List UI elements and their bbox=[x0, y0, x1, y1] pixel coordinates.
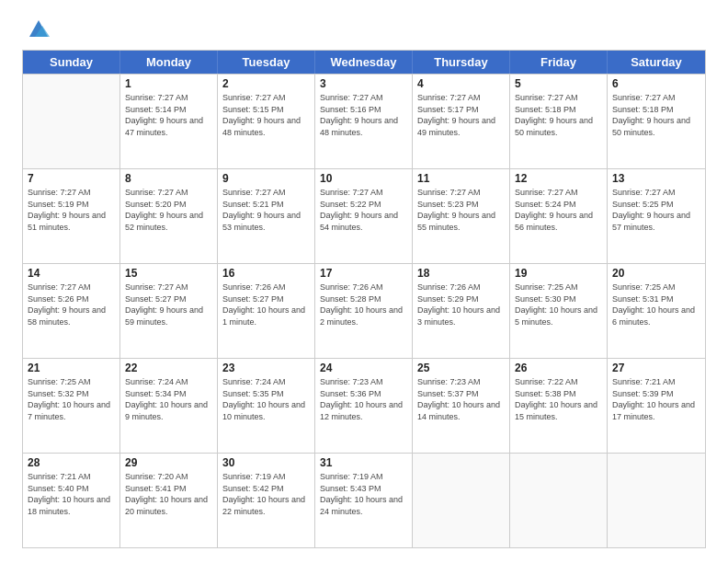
day-info: Sunrise: 7:27 AMSunset: 5:22 PMDaylight:… bbox=[320, 187, 407, 233]
day-number: 2 bbox=[222, 77, 310, 90]
day-info: Sunrise: 7:27 AMSunset: 5:26 PMDaylight:… bbox=[28, 282, 115, 327]
calendar-cell: 10Sunrise: 7:27 AMSunset: 5:22 PMDayligh… bbox=[315, 169, 413, 263]
calendar-row-1: 7Sunrise: 7:27 AMSunset: 5:19 PMDaylight… bbox=[23, 168, 705, 263]
calendar-cell: 8Sunrise: 7:27 AMSunset: 5:20 PMDaylight… bbox=[120, 169, 218, 263]
calendar-cell: 6Sunrise: 7:27 AMSunset: 5:18 PMDaylight… bbox=[608, 75, 705, 168]
day-number: 18 bbox=[417, 267, 505, 280]
calendar-cell: 30Sunrise: 7:19 AMSunset: 5:42 PMDayligh… bbox=[218, 454, 315, 547]
day-number: 13 bbox=[612, 172, 700, 185]
day-info: Sunrise: 7:26 AMSunset: 5:29 PMDaylight:… bbox=[417, 282, 505, 327]
calendar-cell: 17Sunrise: 7:26 AMSunset: 5:28 PMDayligh… bbox=[315, 264, 413, 358]
day-number: 22 bbox=[125, 362, 212, 374]
day-number: 12 bbox=[515, 172, 602, 185]
calendar-cell bbox=[413, 454, 510, 547]
day-info: Sunrise: 7:27 AMSunset: 5:23 PMDaylight:… bbox=[417, 187, 505, 233]
day-info: Sunrise: 7:19 AMSunset: 5:42 PMDaylight:… bbox=[222, 471, 310, 517]
day-info: Sunrise: 7:27 AMSunset: 5:21 PMDaylight:… bbox=[222, 187, 310, 233]
calendar-cell bbox=[23, 75, 120, 168]
calendar-cell: 16Sunrise: 7:26 AMSunset: 5:27 PMDayligh… bbox=[218, 264, 315, 358]
calendar-cell: 15Sunrise: 7:27 AMSunset: 5:27 PMDayligh… bbox=[120, 264, 218, 358]
calendar-cell: 23Sunrise: 7:24 AMSunset: 5:35 PMDayligh… bbox=[218, 359, 315, 453]
calendar-cell bbox=[510, 454, 608, 547]
calendar: SundayMondayTuesdayWednesdayThursdayFrid… bbox=[22, 50, 706, 548]
day-number: 9 bbox=[222, 172, 310, 185]
day-info: Sunrise: 7:27 AMSunset: 5:20 PMDaylight:… bbox=[125, 187, 212, 233]
day-info: Sunrise: 7:22 AMSunset: 5:38 PMDaylight:… bbox=[515, 376, 602, 422]
day-number: 23 bbox=[222, 362, 310, 374]
day-number: 31 bbox=[320, 456, 407, 469]
calendar-cell: 5Sunrise: 7:27 AMSunset: 5:18 PMDaylight… bbox=[510, 75, 608, 168]
calendar-cell: 2Sunrise: 7:27 AMSunset: 5:15 PMDaylight… bbox=[218, 75, 315, 168]
calendar-cell bbox=[608, 454, 705, 547]
day-number: 8 bbox=[125, 172, 212, 185]
day-info: Sunrise: 7:24 AMSunset: 5:35 PMDaylight:… bbox=[222, 376, 310, 422]
day-number: 6 bbox=[612, 77, 700, 90]
day-number: 20 bbox=[612, 267, 700, 280]
calendar-cell: 1Sunrise: 7:27 AMSunset: 5:14 PMDaylight… bbox=[120, 75, 218, 168]
calendar-cell: 22Sunrise: 7:24 AMSunset: 5:34 PMDayligh… bbox=[120, 359, 218, 453]
day-number: 17 bbox=[320, 267, 407, 280]
day-info: Sunrise: 7:27 AMSunset: 5:24 PMDaylight:… bbox=[515, 187, 602, 233]
day-info: Sunrise: 7:23 AMSunset: 5:36 PMDaylight:… bbox=[320, 376, 407, 422]
calendar-row-4: 28Sunrise: 7:21 AMSunset: 5:40 PMDayligh… bbox=[23, 453, 705, 547]
day-info: Sunrise: 7:21 AMSunset: 5:39 PMDaylight:… bbox=[612, 376, 700, 422]
logo bbox=[22, 18, 51, 40]
calendar-cell: 4Sunrise: 7:27 AMSunset: 5:17 PMDaylight… bbox=[413, 75, 510, 168]
day-number: 1 bbox=[125, 77, 212, 90]
day-number: 25 bbox=[417, 362, 505, 374]
calendar-row-3: 21Sunrise: 7:25 AMSunset: 5:32 PMDayligh… bbox=[23, 358, 705, 453]
weekday-header-thursday: Thursday bbox=[413, 51, 510, 74]
calendar-cell: 19Sunrise: 7:25 AMSunset: 5:30 PMDayligh… bbox=[510, 264, 608, 358]
day-number: 3 bbox=[320, 77, 407, 90]
calendar-cell: 11Sunrise: 7:27 AMSunset: 5:23 PMDayligh… bbox=[413, 169, 510, 263]
day-info: Sunrise: 7:27 AMSunset: 5:15 PMDaylight:… bbox=[222, 92, 310, 138]
weekday-header-saturday: Saturday bbox=[608, 51, 705, 74]
day-info: Sunrise: 7:23 AMSunset: 5:37 PMDaylight:… bbox=[417, 376, 505, 422]
day-info: Sunrise: 7:25 AMSunset: 5:32 PMDaylight:… bbox=[28, 376, 115, 422]
day-info: Sunrise: 7:20 AMSunset: 5:41 PMDaylight:… bbox=[125, 471, 212, 517]
calendar-cell: 7Sunrise: 7:27 AMSunset: 5:19 PMDaylight… bbox=[23, 169, 120, 263]
day-number: 7 bbox=[28, 172, 115, 185]
day-number: 14 bbox=[28, 267, 115, 280]
day-info: Sunrise: 7:27 AMSunset: 5:19 PMDaylight:… bbox=[28, 187, 115, 233]
calendar-cell: 14Sunrise: 7:27 AMSunset: 5:26 PMDayligh… bbox=[23, 264, 120, 358]
calendar-row-0: 1Sunrise: 7:27 AMSunset: 5:14 PMDaylight… bbox=[23, 74, 705, 168]
day-number: 27 bbox=[612, 362, 700, 374]
day-info: Sunrise: 7:27 AMSunset: 5:25 PMDaylight:… bbox=[612, 187, 700, 233]
calendar-body: 1Sunrise: 7:27 AMSunset: 5:14 PMDaylight… bbox=[23, 74, 705, 547]
weekday-header-wednesday: Wednesday bbox=[315, 51, 413, 74]
day-number: 4 bbox=[417, 77, 505, 90]
weekday-header-sunday: Sunday bbox=[23, 51, 120, 74]
calendar-cell: 13Sunrise: 7:27 AMSunset: 5:25 PMDayligh… bbox=[608, 169, 705, 263]
calendar-cell: 9Sunrise: 7:27 AMSunset: 5:21 PMDaylight… bbox=[218, 169, 315, 263]
day-info: Sunrise: 7:27 AMSunset: 5:27 PMDaylight:… bbox=[125, 282, 212, 327]
day-info: Sunrise: 7:25 AMSunset: 5:31 PMDaylight:… bbox=[612, 282, 700, 327]
day-number: 15 bbox=[125, 267, 212, 280]
day-info: Sunrise: 7:24 AMSunset: 5:34 PMDaylight:… bbox=[125, 376, 212, 422]
calendar-cell: 20Sunrise: 7:25 AMSunset: 5:31 PMDayligh… bbox=[608, 264, 705, 358]
day-info: Sunrise: 7:19 AMSunset: 5:43 PMDaylight:… bbox=[320, 471, 407, 517]
calendar-cell: 21Sunrise: 7:25 AMSunset: 5:32 PMDayligh… bbox=[23, 359, 120, 453]
day-number: 19 bbox=[515, 267, 602, 280]
calendar-cell: 12Sunrise: 7:27 AMSunset: 5:24 PMDayligh… bbox=[510, 169, 608, 263]
logo-icon bbox=[26, 15, 51, 40]
calendar-cell: 24Sunrise: 7:23 AMSunset: 5:36 PMDayligh… bbox=[315, 359, 413, 453]
day-number: 21 bbox=[28, 362, 115, 374]
calendar-cell: 3Sunrise: 7:27 AMSunset: 5:16 PMDaylight… bbox=[315, 75, 413, 168]
calendar-header: SundayMondayTuesdayWednesdayThursdayFrid… bbox=[23, 51, 705, 74]
day-number: 10 bbox=[320, 172, 407, 185]
calendar-row-2: 14Sunrise: 7:27 AMSunset: 5:26 PMDayligh… bbox=[23, 263, 705, 358]
day-info: Sunrise: 7:27 AMSunset: 5:16 PMDaylight:… bbox=[320, 92, 407, 138]
day-info: Sunrise: 7:25 AMSunset: 5:30 PMDaylight:… bbox=[515, 282, 602, 327]
calendar-cell: 26Sunrise: 7:22 AMSunset: 5:38 PMDayligh… bbox=[510, 359, 608, 453]
calendar-cell: 31Sunrise: 7:19 AMSunset: 5:43 PMDayligh… bbox=[315, 454, 413, 547]
day-number: 28 bbox=[28, 456, 115, 469]
day-info: Sunrise: 7:26 AMSunset: 5:28 PMDaylight:… bbox=[320, 282, 407, 327]
day-info: Sunrise: 7:27 AMSunset: 5:18 PMDaylight:… bbox=[612, 92, 700, 138]
day-info: Sunrise: 7:27 AMSunset: 5:17 PMDaylight:… bbox=[417, 92, 505, 138]
day-number: 11 bbox=[417, 172, 505, 185]
day-info: Sunrise: 7:27 AMSunset: 5:14 PMDaylight:… bbox=[125, 92, 212, 138]
header bbox=[22, 18, 706, 40]
day-number: 24 bbox=[320, 362, 407, 374]
calendar-cell: 28Sunrise: 7:21 AMSunset: 5:40 PMDayligh… bbox=[23, 454, 120, 547]
